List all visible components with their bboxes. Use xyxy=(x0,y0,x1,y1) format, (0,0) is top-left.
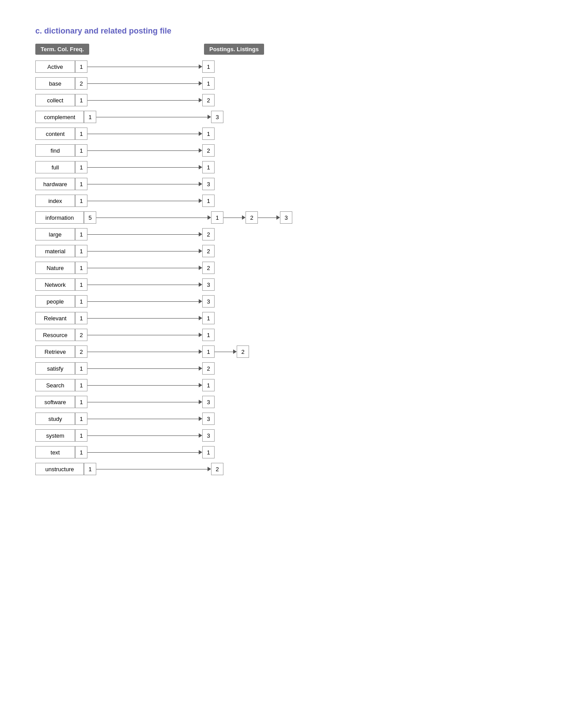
term-col-freq-header: Term. Col. Freq. xyxy=(35,44,89,55)
arrow-line xyxy=(87,366,202,371)
table-row: Active11 xyxy=(35,59,528,74)
chain-arrow xyxy=(223,215,246,220)
arrow-line xyxy=(87,316,202,320)
term-cell: base xyxy=(35,77,75,90)
posting-cell: 1 xyxy=(202,77,215,90)
term-cell: content xyxy=(35,128,75,140)
table-row: complement13 xyxy=(35,109,528,124)
arrow-line xyxy=(87,433,202,438)
arrow-line xyxy=(87,333,202,337)
table-row: content11 xyxy=(35,126,528,141)
chain-arrow xyxy=(258,215,280,220)
freq-cell: 1 xyxy=(75,446,87,458)
arrow-line xyxy=(87,266,202,270)
arrow-line xyxy=(87,81,202,86)
posting-cell: 1 xyxy=(202,161,215,173)
chain-cell: 2 xyxy=(237,345,249,358)
arrow-line xyxy=(87,299,202,304)
term-cell: text xyxy=(35,446,75,458)
arrow-line xyxy=(87,249,202,253)
term-cell: information xyxy=(35,211,84,224)
freq-cell: 1 xyxy=(75,94,87,106)
table-row: find12 xyxy=(35,143,528,158)
freq-cell: 2 xyxy=(75,77,87,90)
freq-cell: 1 xyxy=(84,111,96,123)
table-row: large12 xyxy=(35,227,528,242)
table-row: full11 xyxy=(35,160,528,175)
table-row: software13 xyxy=(35,394,528,409)
table-row: Search11 xyxy=(35,378,528,393)
posting-cell: 2 xyxy=(202,362,215,375)
table-row: collect12 xyxy=(35,93,528,108)
posting-cell: 2 xyxy=(202,144,215,157)
arrow-line xyxy=(87,182,202,186)
freq-cell: 5 xyxy=(84,211,96,224)
freq-cell: 1 xyxy=(75,362,87,375)
arrow-line xyxy=(87,450,202,454)
freq-cell: 1 xyxy=(75,228,87,240)
arrow-line xyxy=(87,417,202,421)
posting-cell: 3 xyxy=(211,111,223,123)
table-row: index11 xyxy=(35,193,528,208)
arrow-line xyxy=(87,400,202,404)
table-row: Resource21 xyxy=(35,327,528,342)
term-cell: study xyxy=(35,413,75,425)
freq-cell: 1 xyxy=(75,161,87,173)
term-cell: complement xyxy=(35,111,84,123)
posting-cell: 1 xyxy=(202,128,215,140)
posting-cell: 2 xyxy=(202,245,215,257)
freq-cell: 2 xyxy=(75,345,87,358)
posting-cell: 3 xyxy=(202,396,215,408)
arrow-line xyxy=(87,232,202,236)
dictionary-table: Active11base21collect12complement13conte… xyxy=(35,59,528,478)
freq-cell: 1 xyxy=(75,396,87,408)
term-cell: hardware xyxy=(35,178,75,190)
table-row: base21 xyxy=(35,76,528,91)
freq-cell: 1 xyxy=(75,128,87,140)
freq-cell: 1 xyxy=(75,278,87,291)
arrow-line xyxy=(96,215,211,220)
arrow-line xyxy=(87,165,202,169)
table-row: text11 xyxy=(35,445,528,460)
freq-cell: 1 xyxy=(75,379,87,391)
posting-cell: 3 xyxy=(202,178,215,190)
table-row: Nature12 xyxy=(35,260,528,275)
postings-listings-header: Postings. Listings xyxy=(204,44,264,55)
posting-cell: 1 xyxy=(211,211,223,224)
table-row: study13 xyxy=(35,411,528,426)
term-cell: Retrieve xyxy=(35,345,75,358)
table-row: unstructure12 xyxy=(35,462,528,477)
chain-cell: 3 xyxy=(280,211,292,224)
posting-cell: 2 xyxy=(202,94,215,106)
freq-cell: 1 xyxy=(75,295,87,308)
term-cell: Network xyxy=(35,278,75,291)
term-cell: large xyxy=(35,228,75,240)
freq-cell: 1 xyxy=(75,195,87,207)
table-row: system13 xyxy=(35,428,528,443)
table-row: hardware13 xyxy=(35,176,528,191)
term-cell: find xyxy=(35,144,75,157)
arrow-line xyxy=(87,98,202,102)
freq-cell: 1 xyxy=(75,245,87,257)
term-cell: collect xyxy=(35,94,75,106)
freq-cell: 1 xyxy=(75,312,87,324)
term-cell: unstructure xyxy=(35,463,84,475)
posting-cell: 3 xyxy=(202,295,215,308)
term-cell: software xyxy=(35,396,75,408)
posting-cell: 1 xyxy=(202,379,215,391)
arrow-line xyxy=(87,349,202,354)
term-cell: Active xyxy=(35,60,75,73)
table-row: information5123 xyxy=(35,210,528,225)
term-cell: Relevant xyxy=(35,312,75,324)
term-cell: people xyxy=(35,295,75,308)
posting-cell: 2 xyxy=(211,463,223,475)
posting-cell: 1 xyxy=(202,60,215,73)
freq-cell: 1 xyxy=(75,144,87,157)
term-cell: full xyxy=(35,161,75,173)
page-title: c. dictionary and related posting file xyxy=(35,26,528,36)
term-cell: Resource xyxy=(35,329,75,341)
arrow-line xyxy=(96,115,211,119)
freq-cell: 1 xyxy=(75,413,87,425)
posting-cell: 3 xyxy=(202,278,215,291)
posting-cell: 1 xyxy=(202,312,215,324)
